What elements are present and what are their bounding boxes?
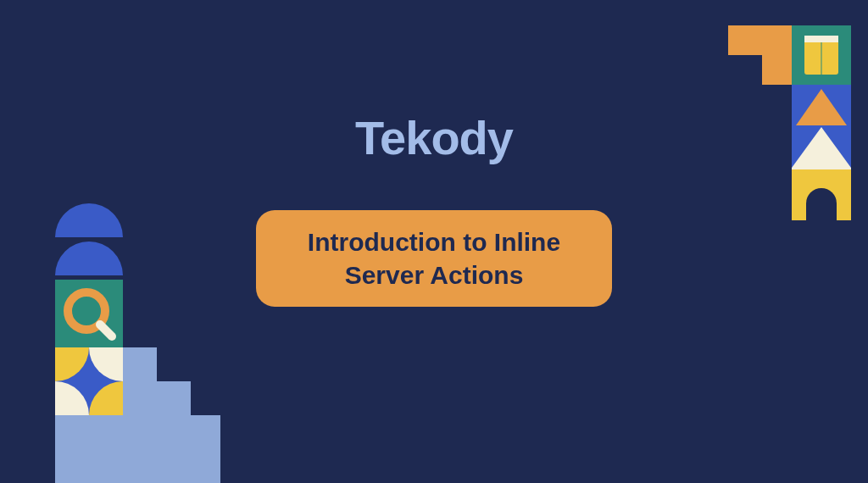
decoration-left — [42, 195, 220, 483]
svg-rect-5 — [157, 381, 191, 483]
svg-rect-4 — [123, 347, 157, 483]
svg-rect-6 — [191, 415, 220, 483]
geometric-shapes-left-icon — [42, 195, 220, 483]
svg-rect-9 — [762, 25, 792, 85]
decoration-right — [728, 25, 855, 263]
subtitle-badge: Introduction to Inline Server Actions — [256, 210, 612, 307]
svg-rect-12 — [804, 36, 838, 42]
svg-rect-7 — [55, 415, 123, 483]
brand-title: Tekody — [355, 110, 513, 165]
geometric-shapes-right-icon — [728, 25, 855, 263]
